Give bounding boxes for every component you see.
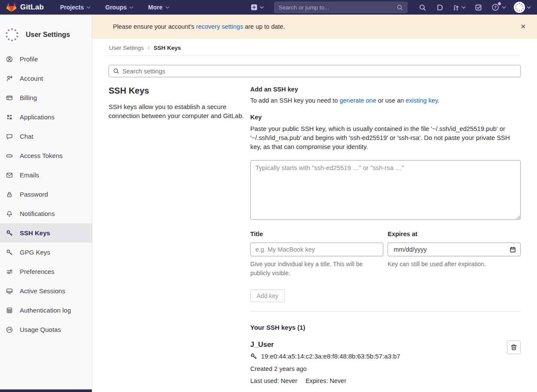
access-tokens-icon bbox=[6, 152, 13, 159]
svg-text:?: ? bbox=[494, 5, 497, 9]
sidebar-item-label: Password bbox=[20, 191, 48, 198]
nav-menu-label: More bbox=[148, 4, 162, 11]
add-ssh-key-intro: To add an SSH key you need to generate o… bbox=[250, 97, 521, 104]
sidebar-item-preferences[interactable]: Preferences bbox=[0, 262, 92, 281]
help-dropdown[interactable]: ? bbox=[491, 3, 506, 12]
chevron-down-icon bbox=[461, 6, 466, 9]
chevron-down-icon bbox=[527, 6, 531, 9]
breadcrumb-separator: › bbox=[148, 44, 150, 51]
title-label: Title bbox=[250, 231, 383, 237]
breadcrumb: User Settings › SSH Keys bbox=[109, 39, 521, 55]
breadcrumb-current: SSH Keys bbox=[154, 45, 181, 51]
brand-text: GitLab bbox=[20, 3, 44, 12]
user-menu[interactable] bbox=[514, 2, 531, 13]
preferences-icon bbox=[6, 268, 13, 275]
profile-icon bbox=[6, 56, 13, 63]
title-field-group: Title Give your individual key a title. … bbox=[250, 231, 383, 278]
alert-text: Please ensure your account's recovery se… bbox=[113, 23, 285, 30]
issues-button[interactable] bbox=[435, 3, 444, 12]
merge-requests-dropdown[interactable] bbox=[452, 4, 466, 11]
generate-one-link[interactable]: generate one bbox=[340, 97, 376, 104]
expires-field-group: Expires at mm/dd/yyyy Key can s bbox=[388, 231, 521, 278]
alert-close-button[interactable]: ✕ bbox=[519, 21, 528, 32]
new-dropdown[interactable] bbox=[251, 4, 264, 11]
sidebar-item-label: Profile bbox=[20, 55, 38, 63]
sidebar-item-active-sessions[interactable]: Active Sessions bbox=[0, 281, 92, 301]
calendar-icon[interactable] bbox=[510, 246, 516, 253]
sidebar-item-authentication-log[interactable]: Authentication log bbox=[0, 301, 92, 320]
sidebar-item-chat[interactable]: Chat bbox=[0, 127, 92, 146]
sidebar-item-label: Usage Quotas bbox=[20, 326, 61, 333]
sidebar-nav: ProfileAccountBillingApplicationsChatAcc… bbox=[0, 49, 92, 339]
todos-button[interactable] bbox=[473, 3, 483, 12]
sidebar-item-billing[interactable]: Billing bbox=[0, 88, 92, 107]
emails-icon bbox=[6, 172, 13, 179]
avatar bbox=[514, 2, 525, 13]
divider bbox=[250, 311, 521, 312]
sidebar-header: User Settings bbox=[0, 15, 92, 49]
sidebar-item-notifications[interactable]: Notifications bbox=[0, 204, 92, 223]
gitlab-home-link[interactable]: GitLab bbox=[6, 2, 44, 12]
nav-menu-label: Projects bbox=[60, 4, 84, 11]
recovery-alert-banner: Please ensure your account's recovery se… bbox=[92, 15, 537, 39]
notifications-icon bbox=[6, 210, 13, 217]
sidebar-item-usage-quotas[interactable]: Usage Quotas bbox=[0, 320, 92, 339]
sidebar-item-applications[interactable]: Applications bbox=[0, 107, 92, 127]
todo-check-icon bbox=[475, 4, 482, 11]
sidebar-item-label: Emails bbox=[20, 171, 39, 179]
ssh-key-textarea[interactable] bbox=[250, 160, 521, 220]
sidebar-item-label: Chat bbox=[20, 133, 33, 140]
add-key-button[interactable]: Add key bbox=[250, 289, 285, 302]
sidebar-item-ssh-keys[interactable]: SSH Keys bbox=[0, 223, 92, 243]
ssh-key-last-used: Last used: Never bbox=[250, 377, 297, 384]
ssh-key-fingerprint-row: 19:e0:44:a5:14:c2:3a:e8:f8:48:8b:63:5b:5… bbox=[250, 352, 507, 360]
gpg-keys-icon bbox=[6, 249, 13, 256]
expires-help-text: Key can still be used after expiration. bbox=[388, 260, 521, 269]
sidebar-item-label: Notifications bbox=[20, 210, 55, 217]
search-shortcut-button[interactable] bbox=[418, 3, 427, 12]
applications-icon bbox=[6, 114, 13, 121]
page-description: SSH keys allow you to establish a secure… bbox=[109, 102, 250, 120]
expires-label: Expires at bbox=[388, 231, 521, 237]
active-sessions-icon bbox=[6, 288, 13, 295]
sidebar-item-profile[interactable]: Profile bbox=[0, 49, 92, 69]
sidebar-item-access-tokens[interactable]: Access Tokens bbox=[0, 146, 92, 165]
settings-search-input[interactable] bbox=[122, 68, 516, 75]
gitlab-tanuki-icon bbox=[6, 2, 17, 12]
main-content: Please ensure your account's recovery se… bbox=[92, 15, 537, 392]
sidebar-item-label: Billing bbox=[20, 94, 37, 101]
recovery-settings-link[interactable]: recovery settings bbox=[196, 23, 243, 30]
key-icon bbox=[250, 353, 257, 360]
settings-sidebar: User Settings ProfileAccountBillingAppli… bbox=[0, 15, 92, 392]
existing-key-link[interactable]: existing key bbox=[406, 97, 438, 104]
chevron-down-icon bbox=[165, 6, 170, 9]
key-label: Key bbox=[250, 114, 521, 121]
sidebar-item-gpg-keys[interactable]: GPG Keys bbox=[0, 243, 92, 262]
sidebar-item-password[interactable]: Password bbox=[0, 185, 92, 204]
sidebar-item-label: Active Sessions bbox=[20, 287, 65, 295]
notification-dot bbox=[498, 2, 501, 5]
delete-key-button[interactable] bbox=[507, 340, 521, 354]
sidebar-item-emails[interactable]: Emails bbox=[0, 165, 92, 185]
search-icon bbox=[397, 4, 403, 11]
account-icon bbox=[6, 75, 13, 82]
billing-icon bbox=[6, 94, 13, 101]
chevron-down-icon bbox=[129, 6, 133, 9]
top-navbar: GitLab ProjectsGroupsMore bbox=[0, 0, 537, 15]
expires-at-input[interactable]: mm/dd/yyyy bbox=[388, 243, 521, 256]
title-input[interactable] bbox=[250, 243, 383, 256]
sidebar-item-label: Access Tokens bbox=[20, 152, 63, 159]
plus-icon bbox=[251, 4, 258, 11]
nav-menu-more[interactable]: More bbox=[148, 4, 169, 11]
nav-menu-projects[interactable]: Projects bbox=[60, 4, 91, 11]
global-search-input[interactable] bbox=[279, 4, 397, 11]
chevron-down-icon bbox=[260, 6, 264, 9]
breadcrumb-user-settings[interactable]: User Settings bbox=[109, 45, 144, 51]
ssh-key-meta: Last used: Never Expires: Never bbox=[250, 377, 507, 384]
nav-menu-label: Groups bbox=[105, 4, 127, 11]
nav-menu-groups[interactable]: Groups bbox=[105, 4, 133, 11]
search-icon bbox=[419, 4, 426, 11]
ssh-key-list-item: J_User bbox=[250, 340, 521, 384]
ssh-keys-description-column: SSH Keys SSH keys allow you to establish… bbox=[109, 86, 250, 384]
sidebar-item-account[interactable]: Account bbox=[0, 69, 92, 88]
